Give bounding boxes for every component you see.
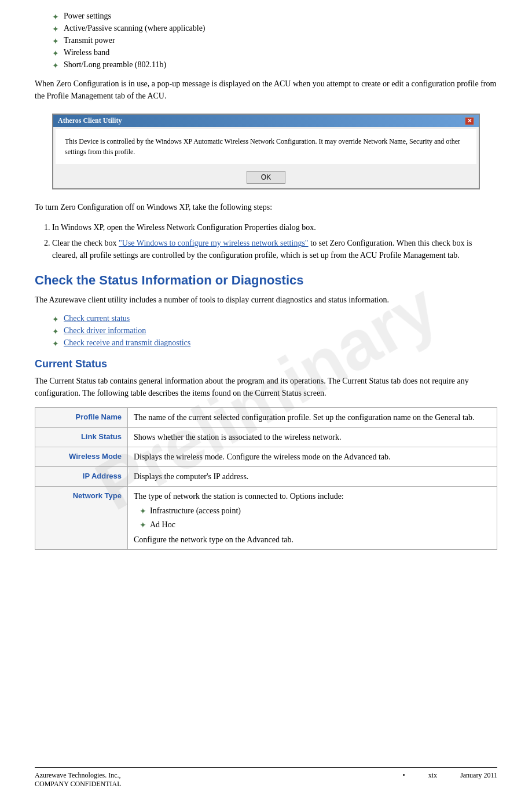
- bullet-icon: ✦: [52, 339, 59, 349]
- table-row: Network TypeThe type of network the stat…: [35, 487, 497, 550]
- bullet-item: ✦Wireless band: [52, 48, 497, 59]
- windows-link[interactable]: "Use Windows to configure my wireless ne…: [119, 239, 309, 247]
- inner-bullet-item: ✦Infrastructure (access point): [140, 505, 491, 517]
- bullet-item: ✦Power settings: [52, 12, 497, 22]
- check-link[interactable]: Check receive and transmit diagnostics: [64, 338, 190, 348]
- dialog-box: Atheros Client Utility ✕ This Device is …: [52, 114, 480, 189]
- check-link[interactable]: Check driver information: [64, 326, 146, 335]
- footer-right: • xix January 2011: [403, 771, 497, 789]
- bullet-icon: ✦: [52, 315, 59, 324]
- check-status-heading: Check the Status Information or Diagnost…: [35, 273, 497, 288]
- table-value-cell: The name of the current selected configu…: [128, 408, 497, 428]
- dialog-close-button[interactable]: ✕: [465, 117, 474, 125]
- check-link-item[interactable]: ✦Check current status: [52, 314, 497, 324]
- footer-date: January 2011: [460, 771, 497, 789]
- bullet-icon: ✦: [52, 12, 59, 22]
- bullet-icon: ✦: [52, 24, 59, 34]
- bullet-icon: ✦: [140, 505, 146, 517]
- table-label-cell: IP Address: [35, 467, 128, 487]
- table-value-cell: Shows whether the station is associated …: [128, 428, 497, 447]
- table-row: Profile NameThe name of the current sele…: [35, 408, 497, 428]
- table-label-cell: Link Status: [35, 428, 128, 447]
- table-value-cell: The type of network the station is conne…: [128, 487, 497, 550]
- bullet-icon: ✦: [52, 61, 59, 71]
- table-row: Wireless ModeDisplays the wireless mode.…: [35, 447, 497, 467]
- dialog-title: Atheros Client Utility: [58, 116, 122, 125]
- table-label-cell: Wireless Mode: [35, 447, 128, 467]
- table-label-cell: Network Type: [35, 487, 128, 550]
- table-value-cell: Displays the computer's IP address.: [128, 467, 497, 487]
- footer-left: Azurewave Technologies. Inc., COMPANY CO…: [35, 771, 121, 789]
- check-status-intro: The Azurewave client utility includes a …: [35, 294, 497, 306]
- current-status-para: The Current Status tab contains general …: [35, 375, 497, 399]
- zero-config-paragraph: When Zero Configuration is in use, a pop…: [35, 78, 497, 102]
- check-links-list: ✦Check current status✦Check driver infor…: [52, 314, 497, 349]
- turn-off-intro: To turn Zero Configuration off on Window…: [35, 201, 497, 213]
- bullet-icon: ✦: [140, 519, 146, 531]
- steps-list: In Windows XP, open the Wireless Network…: [52, 221, 497, 261]
- step-2: Clear the check box "Use Windows to conf…: [52, 237, 497, 261]
- table-row: Link StatusShows whether the station is …: [35, 428, 497, 447]
- current-status-heading: Current Status: [35, 358, 497, 370]
- dialog-footer: OK: [53, 166, 479, 188]
- footer-page-number: xix: [428, 771, 437, 789]
- bullet-item: ✦Transmit power: [52, 36, 497, 46]
- top-bullet-list: ✦Power settings✦Active/Passive scanning …: [52, 12, 497, 71]
- dialog-ok-button[interactable]: OK: [247, 171, 285, 184]
- bullet-icon: ✦: [52, 327, 59, 337]
- bullet-icon: ✦: [52, 37, 59, 46]
- check-link-item[interactable]: ✦Check receive and transmit diagnostics: [52, 338, 497, 349]
- bullet-item: ✦Active/Passive scanning (where applicab…: [52, 24, 497, 34]
- table-value-cell: Displays the wireless mode. Configure th…: [128, 447, 497, 467]
- dialog-titlebar: Atheros Client Utility ✕: [53, 115, 479, 127]
- footer-company-line1: Azurewave Technologies. Inc.,: [35, 771, 121, 780]
- check-link[interactable]: Check current status: [64, 314, 130, 323]
- table-row: IP AddressDisplays the computer's IP add…: [35, 467, 497, 487]
- status-table: Profile NameThe name of the current sele…: [35, 407, 497, 550]
- dialog-body: This Device is controlled by the Windows…: [56, 129, 476, 164]
- table-label-cell: Profile Name: [35, 408, 128, 428]
- bullet-icon: ✦: [52, 49, 59, 59]
- footer-bullet: •: [403, 771, 405, 789]
- check-link-item[interactable]: ✦Check driver information: [52, 326, 497, 337]
- footer-company-line2: COMPANY CONFIDENTIAL: [35, 780, 121, 789]
- inner-bullet-item: ✦Ad Hoc: [140, 519, 491, 531]
- bullet-item: ✦Short/Long preamble (802.11b): [52, 60, 497, 71]
- page-footer: Azurewave Technologies. Inc., COMPANY CO…: [35, 767, 497, 792]
- step-1: In Windows XP, open the Wireless Network…: [52, 221, 497, 233]
